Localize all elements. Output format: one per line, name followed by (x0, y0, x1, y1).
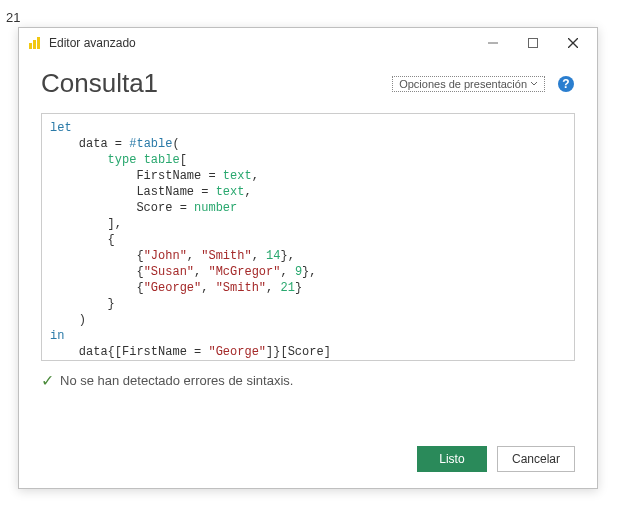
display-options-label: Opciones de presentación (399, 78, 527, 90)
syntax-status: ✓ No se han detectado errores de sintaxi… (41, 371, 575, 390)
code-text: ]}[Score] (266, 345, 331, 359)
number-literal: 21 (280, 281, 294, 295)
help-icon[interactable]: ? (557, 75, 575, 93)
number-literal: 9 (295, 265, 302, 279)
cancel-button[interactable]: Cancelar (497, 446, 575, 472)
code-text: data = (79, 137, 129, 151)
string-literal: "John" (144, 249, 187, 263)
code-text: data{[FirstName = (79, 345, 209, 359)
keyword-in: in (50, 329, 64, 343)
type-text: text (223, 169, 252, 183)
svg-text:?: ? (562, 77, 569, 91)
powerbi-icon (27, 35, 43, 51)
type-text: text (216, 185, 245, 199)
syntax-status-text: No se han detectado errores de sintaxis. (60, 373, 293, 388)
chevron-down-icon (530, 78, 538, 90)
fn-table: #table (129, 137, 172, 151)
code-text: Score = (136, 201, 194, 215)
outside-label: 21 (6, 10, 612, 25)
done-button[interactable]: Listo (417, 446, 487, 472)
keyword-table: table (144, 153, 180, 167)
close-button[interactable] (553, 29, 593, 57)
svg-rect-1 (33, 40, 36, 49)
code-editor[interactable]: let data = #table( type table[ FirstName… (41, 113, 575, 361)
number-literal: 14 (266, 249, 280, 263)
advanced-editor-dialog: Editor avanzado Consulta1 Opciones de pr… (18, 27, 598, 489)
display-options-dropdown[interactable]: Opciones de presentación (392, 76, 545, 92)
minimize-button[interactable] (473, 29, 513, 57)
type-number: number (194, 201, 237, 215)
string-literal: "Smith" (201, 249, 251, 263)
code-text: LastName = (136, 185, 215, 199)
maximize-button[interactable] (513, 29, 553, 57)
string-literal: "Susan" (144, 265, 194, 279)
keyword-type: type (108, 153, 137, 167)
window-title: Editor avanzado (49, 36, 473, 50)
keyword-let: let (50, 121, 72, 135)
dialog-buttons: Listo Cancelar (41, 428, 575, 472)
svg-rect-2 (37, 37, 40, 49)
svg-rect-0 (29, 43, 32, 49)
string-literal: "McGregor" (208, 265, 280, 279)
window-controls (473, 29, 593, 57)
string-literal: "George" (144, 281, 202, 295)
check-icon: ✓ (41, 371, 54, 390)
titlebar: Editor avanzado (19, 28, 597, 58)
string-literal: "Smith" (216, 281, 266, 295)
svg-rect-4 (529, 39, 538, 48)
code-text: FirstName = (136, 169, 222, 183)
string-literal: "George" (208, 345, 266, 359)
query-name-heading: Consulta1 (41, 68, 392, 99)
